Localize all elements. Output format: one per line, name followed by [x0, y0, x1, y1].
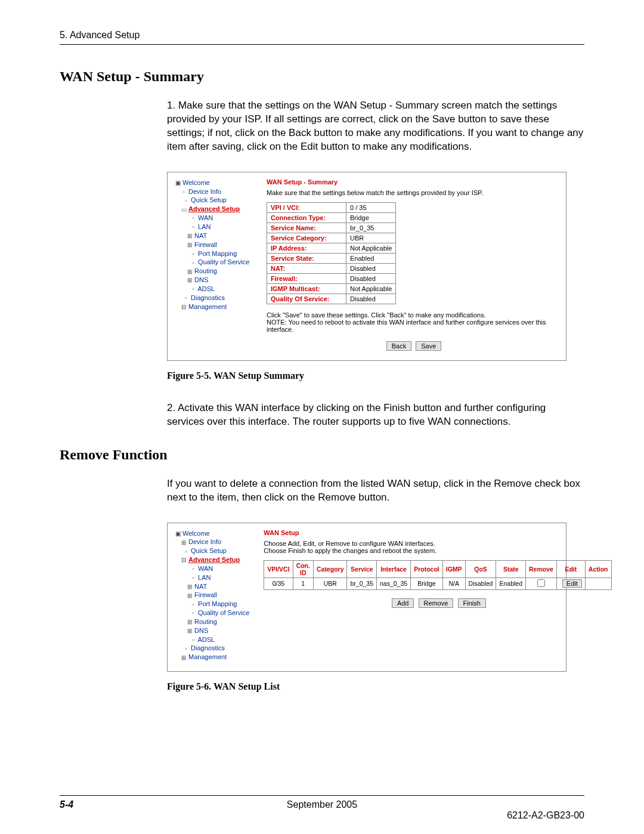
paragraph-2: 2. Activate this WAN interface by clicki…: [167, 401, 584, 429]
page-icon: ▫: [190, 574, 196, 582]
row-service-name-v: br_0_35: [346, 223, 396, 233]
page-icon: ▫: [190, 565, 196, 573]
summary-table: VPI / VCI:0 / 35 Connection Type:Bridge …: [267, 202, 396, 304]
nav-dns[interactable]: ⊞ DNS: [175, 626, 249, 635]
td-edit: Edit: [556, 577, 585, 589]
plus-icon: ⊞: [187, 276, 193, 285]
section-title-wan-summary: WAN Setup - Summary: [60, 69, 584, 85]
nav-port-mapping[interactable]: ▫ Port Mapping: [175, 249, 252, 258]
plus-icon: ⊞: [187, 583, 193, 591]
row-conn-type-v: Bridge: [346, 212, 396, 223]
plus-icon: ⊞: [181, 539, 187, 547]
figure-5-5-caption: Figure 5-5. WAN Setup Summary: [167, 370, 584, 381]
row-nat-k: NAT:: [267, 263, 346, 273]
nav-lan[interactable]: ▫ LAN: [175, 573, 249, 582]
nav-welcome[interactable]: ▣ Welcome: [175, 178, 252, 187]
nav-quick-setup[interactable]: ▫ Quick Setup: [175, 546, 249, 555]
row-service-cat-v: UBR: [346, 233, 396, 243]
row-service-cat-k: Service Category:: [267, 233, 346, 243]
nav-nat[interactable]: ⊞ NAT: [175, 231, 252, 240]
nav-lan[interactable]: ▫ LAN: [175, 223, 252, 231]
td-qos: Disabled: [465, 577, 496, 589]
th-qos: QoS: [465, 560, 496, 577]
nav-qos[interactable]: ▫ Quality of Service: [175, 608, 249, 617]
save-button[interactable]: Save: [416, 341, 441, 351]
th-category: Category: [313, 560, 347, 577]
back-button[interactable]: Back: [386, 341, 411, 351]
nav-diagnostics[interactable]: ▫ Diagnostics: [175, 294, 252, 302]
page-icon: ▫: [190, 285, 196, 294]
figure-5-6-screenshot: ▣ Welcome ⊞ Device Info ▫ Quick Setup ⊟ …: [167, 523, 566, 672]
page-footer: 5-4 September 2005 6212-A2-GB23-00: [60, 795, 584, 810]
minus-icon: ⊟: [181, 556, 187, 564]
nav-quick-setup[interactable]: ▫ Quick Setup: [175, 196, 252, 205]
row-service-name-k: Service Name:: [267, 223, 346, 233]
row-qos-v: Disabled: [346, 294, 396, 304]
page-icon: ▫: [183, 294, 189, 302]
nav-tree: ▣ Welcome ▫ Device Info ▫ Quick Setup ▭ …: [175, 178, 252, 351]
row-ip-v: Not Applicable: [346, 243, 396, 253]
nav-nat[interactable]: ⊞ NAT: [175, 582, 249, 591]
figure-5-5-screenshot: ▣ Welcome ▫ Device Info ▫ Quick Setup ▭ …: [167, 172, 566, 361]
plus-icon: ⊞: [187, 268, 193, 276]
nav-port-mapping[interactable]: ▫ Port Mapping: [175, 600, 249, 608]
nav-wan[interactable]: ▫ WAN: [175, 564, 249, 573]
page-icon: ▫: [190, 223, 196, 231]
nav-advanced-setup[interactable]: ▭ Advanced Setup: [175, 205, 252, 214]
nav-routing[interactable]: ⊞ Routing: [175, 267, 252, 276]
header-rule: [60, 44, 584, 45]
section-title-remove-function: Remove Function: [60, 447, 584, 463]
th-protocol: Protocol: [411, 560, 443, 577]
nav-adsl[interactable]: ▫ ADSL: [175, 635, 249, 644]
edit-row-button[interactable]: Edit: [562, 579, 582, 588]
panel-note-2: NOTE: You need to reboot to activate thi…: [267, 319, 559, 333]
row-vpi-vci-k: VPI / VCI:: [267, 202, 346, 212]
panel-instruction: Make sure that the settings below match …: [267, 189, 559, 196]
paragraph-1: 1. Make sure that the settings on the WA…: [167, 99, 584, 154]
nav-qos[interactable]: ▫ Quality of Service: [175, 258, 252, 267]
row-vpi-vci-v: 0 / 35: [346, 202, 396, 212]
panel-note-1: Click "Save" to save these settings. Cli…: [267, 311, 559, 319]
nav-adsl[interactable]: ▫ ADSL: [175, 285, 252, 294]
finish-button[interactable]: Finish: [458, 598, 486, 608]
add-button[interactable]: Add: [392, 598, 414, 608]
page-icon: ▫: [190, 259, 196, 267]
plus-icon: ⊞: [187, 232, 193, 240]
folder-open-icon: ▭: [181, 206, 187, 214]
nav-welcome[interactable]: ▣ Welcome: [175, 529, 249, 538]
nav-diagnostics[interactable]: ▫ Diagnostics: [175, 644, 249, 653]
page-icon: ▫: [190, 250, 196, 258]
nav-routing[interactable]: ⊞ Routing: [175, 617, 249, 626]
td-action: [585, 577, 611, 589]
nav-device-info[interactable]: ▫ Device Info: [175, 187, 252, 196]
th-interface: Interface: [377, 560, 411, 577]
nav-dns[interactable]: ⊞ DNS: [175, 276, 252, 285]
remove-button[interactable]: Remove: [419, 598, 454, 608]
minus-icon: ⊟: [181, 303, 187, 311]
plus-icon: ⊞: [187, 618, 193, 626]
page-icon: ▫: [190, 609, 196, 617]
nav-advanced-setup[interactable]: ⊟ Advanced Setup: [175, 555, 249, 564]
nav-firewall[interactable]: ⊞ Firewall: [175, 240, 252, 249]
td-conid: 1: [293, 577, 313, 589]
nav-firewall[interactable]: ⊞ Firewall: [175, 591, 249, 600]
panel-title: WAN Setup - Summary: [267, 178, 559, 186]
td-state: Enabled: [496, 577, 526, 589]
nav-wan[interactable]: ▫ WAN: [175, 214, 252, 223]
nav-tree-2: ▣ Welcome ⊞ Device Info ▫ Quick Setup ⊟ …: [175, 529, 249, 662]
figure-5-6-caption: Figure 5-6. WAN Setup List: [167, 681, 584, 692]
nav-management[interactable]: ⊞ Management: [175, 653, 249, 662]
nav-management[interactable]: ⊟ Management: [175, 302, 252, 311]
row-state-v: Enabled: [346, 253, 396, 263]
tree-root-icon: ▣: [175, 530, 181, 538]
td-igmp: N/A: [442, 577, 465, 589]
th-service: Service: [347, 560, 377, 577]
td-interface: nas_0_35: [377, 577, 411, 589]
nav-device-info[interactable]: ⊞ Device Info: [175, 538, 249, 546]
row-igmp-k: IGMP Multicast:: [267, 283, 346, 294]
page-icon: ▫: [183, 548, 189, 556]
plus-icon: ⊞: [187, 592, 193, 600]
th-conid: Con. ID: [293, 560, 313, 577]
remove-checkbox[interactable]: [537, 579, 545, 587]
td-remove: [526, 577, 557, 589]
